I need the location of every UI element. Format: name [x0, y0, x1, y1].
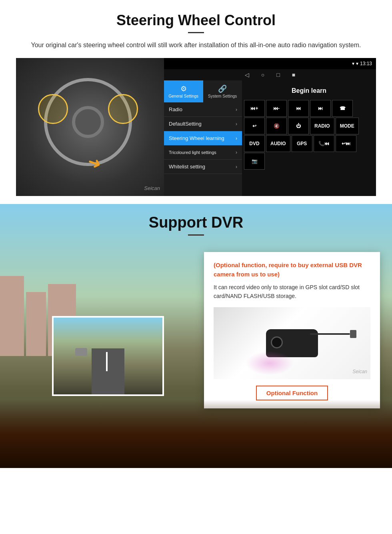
btn-mute[interactable]: 🔇 [266, 118, 287, 134]
btn-next-track[interactable]: ⏭ [310, 100, 331, 117]
dvr-road-thumbnail [52, 316, 164, 396]
chevron-icon-3: › [236, 136, 237, 141]
tab-system-label: System Settings [208, 94, 237, 98]
system-icon: 🔗 [218, 84, 227, 93]
title-divider [188, 32, 204, 33]
android-statusbar: ▾ ▾ 13:13 [164, 58, 376, 69]
chevron-icon-5: › [236, 164, 237, 170]
android-ui-panel: ▾ ▾ 13:13 ◁ ○ □ ■ ⚙ [164, 58, 376, 196]
btn-phone[interactable]: ☎ [332, 100, 353, 117]
steering-title: Steering Wheel Control [16, 12, 376, 29]
btn-radio[interactable]: RADIO [310, 118, 334, 134]
tab-system-settings[interactable]: 🔗 System Settings [203, 80, 242, 102]
btn-gps[interactable]: GPS [292, 135, 312, 152]
highlight-left [38, 94, 68, 124]
btn-vol-down[interactable]: ⏮- [266, 100, 287, 117]
dvr-section: Support DVR (Optional function, require … [0, 204, 392, 468]
status-time: 13:13 [360, 61, 372, 66]
thumbnail-car [75, 348, 87, 356]
menu-item-tricoloured[interactable]: Tricoloured light settings › [164, 146, 242, 160]
building-2 [26, 292, 46, 356]
btn-prev-track[interactable]: ⏮ [288, 100, 309, 117]
android-left-menu: ⚙ General Settings 🔗 System Settings Rad… [164, 80, 242, 196]
dvr-optional-text: (Optional function, require to buy exter… [214, 261, 370, 279]
btn-back-next[interactable]: ↩⏭ [336, 135, 356, 152]
dvr-divider [188, 234, 204, 236]
btn-mode[interactable]: MODE [336, 118, 359, 134]
dvr-title: Support DVR [10, 214, 382, 231]
photo-background: ➜ Seican [16, 58, 164, 196]
menu-item-default-label: DefaultSetting [169, 121, 202, 127]
btn-vol-up[interactable]: ⏮+ [244, 100, 265, 117]
camera-cable [310, 333, 350, 335]
steering-section: Steering Wheel Control Your original car… [0, 0, 392, 204]
signal-icon: ▾ [352, 61, 354, 66]
control-row-4: 📷 [244, 153, 374, 170]
status-icons: ▾ ▾ 13:13 [352, 61, 372, 66]
control-row-3: DVD AUDIO GPS 📞⏮ ↩⏭ [244, 135, 374, 152]
nav-back-icon[interactable]: ◁ [245, 72, 249, 78]
nav-menu-icon[interactable]: ■ [292, 72, 295, 78]
wifi-icon: ▾ [356, 61, 358, 66]
btn-back[interactable]: ↩ [244, 118, 265, 134]
begin-learn-row: Begin learn [244, 82, 374, 99]
menu-tabs: ⚙ General Settings 🔗 System Settings [164, 80, 242, 102]
android-nav-bar[interactable]: ◁ ○ □ ■ [164, 69, 376, 80]
watermark-dvr: Seican [352, 369, 367, 374]
nav-home-icon[interactable]: ○ [261, 72, 264, 78]
menu-item-whitelist-label: Whitelist setting [169, 164, 205, 170]
thumbnail-road-line [106, 352, 108, 371]
btn-call-prev[interactable]: 📞⏮ [314, 135, 334, 152]
thumbnail-road [92, 348, 124, 394]
steering-content-area: ➜ Seican ▾ ▾ 13:13 ◁ ○ □ ■ [16, 58, 376, 196]
begin-learn-area: Begin learn [244, 82, 374, 99]
wheel-inner-hub [72, 106, 104, 138]
gear-icon: ⚙ [180, 84, 187, 93]
menu-item-radio-label: Radio [169, 106, 182, 112]
building-1 [0, 276, 24, 356]
btn-power[interactable]: ⏻ [288, 118, 309, 134]
steering-wheel-photo: ➜ Seican [16, 58, 164, 196]
dvr-body-text: It can record video only to storage in G… [214, 283, 370, 301]
chevron-icon: › [236, 107, 237, 112]
tab-general-label: General Settings [169, 94, 199, 98]
menu-item-whitelist[interactable]: Whitelist setting › [164, 160, 242, 174]
nav-recent-icon[interactable]: □ [276, 72, 280, 78]
dashboard-overlay [0, 400, 392, 468]
optional-function-button[interactable]: Optional Function [256, 386, 328, 400]
menu-items-list: Radio › DefaultSetting › Steering Wheel … [164, 102, 242, 196]
android-body: ⚙ General Settings 🔗 System Settings Rad… [164, 80, 376, 196]
steering-description: Your original car's steering wheel contr… [24, 40, 368, 50]
control-row-2: ↩ 🔇 ⏻ RADIO MODE [244, 118, 374, 134]
menu-item-radio[interactable]: Radio › [164, 102, 242, 117]
begin-learn-button[interactable]: Begin learn [284, 84, 334, 98]
optional-function-area: Optional Function [214, 386, 370, 400]
menu-item-tricoloured-label: Tricoloured light settings [169, 150, 216, 155]
btn-camera[interactable]: 📷 [244, 153, 265, 170]
dvr-info-box: (Optional function, require to buy exter… [204, 252, 380, 408]
tab-general-settings[interactable]: ⚙ General Settings [164, 80, 203, 102]
chevron-icon-2: › [236, 121, 237, 127]
btn-dvd[interactable]: DVD [244, 135, 265, 152]
control-row-1: ⏮+ ⏮- ⏮ ⏭ ☎ [244, 100, 374, 117]
menu-item-steering-learning[interactable]: Steering Wheel learning › [164, 131, 242, 146]
camera-lens [271, 336, 283, 348]
chevron-icon-4: › [236, 150, 237, 155]
btn-audio[interactable]: AUDIO [266, 135, 290, 152]
watermark-steering: Seican [144, 185, 160, 191]
camera-glow [246, 351, 294, 375]
menu-item-steering-label: Steering Wheel learning [169, 135, 224, 141]
dvr-camera-image: Seican [214, 307, 370, 379]
highlight-right [108, 94, 138, 124]
dvr-title-area: Support DVR [0, 204, 392, 246]
menu-item-defaultsetting[interactable]: DefaultSetting › [164, 117, 242, 131]
android-controls-area: Begin learn ⏮+ ⏮- ⏮ ⏭ ☎ ↩ 🔇 [242, 80, 376, 196]
